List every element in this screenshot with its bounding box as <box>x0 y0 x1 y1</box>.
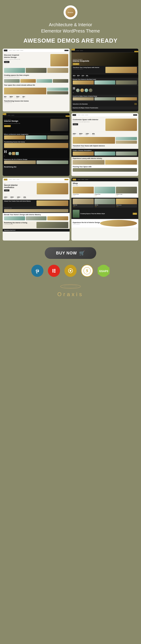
svg-point-9 <box>70 270 71 272</box>
demo2-final: Experience the Magic of Interior Transfo… <box>71 106 138 109</box>
demo3-hero-sub: Design your space the a elevate your lif… <box>4 123 49 124</box>
demo-card-5[interactable]: The Secret InteriorAesthetics Explore 40… <box>3 178 70 240</box>
demo2-s1-sub: Premium design solutions <box>73 68 105 70</box>
demo3-s2-img <box>4 143 68 148</box>
demo1-large-img1 <box>4 88 46 94</box>
demo-card-3[interactable]: Discover Inspired Interior Design Design… <box>3 113 70 176</box>
demo2-round-img1 <box>76 88 80 92</box>
bottom-brand: Oraxis <box>57 281 84 302</box>
demo5-experience: Experience the Art of <box>3 229 70 232</box>
demo4-bottom-title: Flooring Your Space with <box>73 166 137 168</box>
demo5-hero: The Secret InteriorAesthetics Explore <box>3 181 70 195</box>
slider-logo <box>64 265 77 277</box>
demo2-s1-img <box>105 67 137 73</box>
demo6-nav-link3 <box>85 179 88 180</box>
demo6-nav-links <box>77 179 88 180</box>
demo6-bottom-title: Experience the Art of Interior Design <box>73 222 100 224</box>
demo2-s3-img3 <box>116 97 137 100</box>
demo-card-2[interactable]: Immerse Yourself in Interior Exquisite V… <box>71 49 138 112</box>
svg-text:W: W <box>36 269 39 272</box>
header-title: Architecture & Interior Elementor WordPr… <box>41 22 100 34</box>
demo6-logo <box>73 179 76 180</box>
demo5-hero-text: The Secret InteriorAesthetics Explore <box>4 183 36 194</box>
demo2-envelope-icon: ✉ <box>134 102 137 106</box>
demo1-hero-p: Design your space the a elevate your lif… <box>4 59 49 60</box>
demo5-redefine-img <box>36 222 68 228</box>
demo1-counter3: 700+awards <box>16 96 20 98</box>
demo4-luxury: Experience Luxury with Interior Artistry <box>71 157 138 165</box>
demo5-hero-img <box>37 183 68 194</box>
demo1-sm-img2 <box>47 91 68 94</box>
demo2-s1-text: Transform Your Living Space with Interio… <box>73 67 105 73</box>
demo1-large-imgs <box>3 87 70 95</box>
svg-point-10 <box>70 268 71 269</box>
demo1-section1: Creating spaces the that a Inspire Inter… <box>3 74 70 78</box>
demo6-breadcrumb: Home / Shop <box>71 185 138 187</box>
demo-card-6[interactable]: Shop Home / Shop Interior Piece $299 Des… <box>71 178 138 240</box>
demo-mockup-1: Discover InspiredInterior Design Design … <box>3 49 70 112</box>
demo2-s3: Unearth the Hidden Charms of Interior De… <box>71 95 138 102</box>
demo3-hero-btn: Learn More <box>4 125 11 127</box>
demo4-luxury-imgs <box>73 160 137 164</box>
demo6-item2-img <box>94 187 116 194</box>
demo6-item3-img <box>116 187 137 194</box>
svg-text:GSAP3: GSAP3 <box>99 270 108 273</box>
demo4-nav-link <box>85 115 88 115</box>
svg-point-15 <box>60 284 81 288</box>
demo6-bottom-text: Experience the Art of Interior Design Pr… <box>73 222 100 225</box>
demo3-nav <box>3 113 70 117</box>
demo6-item3-info: Modern Lamp $89 <box>116 194 137 197</box>
demo3-s3-img1 <box>4 160 36 164</box>
demo-card-4[interactable]: Customize Space with Interior Transform … <box>71 113 138 176</box>
demo4-img2 <box>116 137 137 140</box>
header-title-line2: Elementor WordPress Theme <box>41 28 100 34</box>
demo1-img2 <box>26 68 47 73</box>
demo4-hero-btn: Explore <box>73 123 78 125</box>
demo5-nav-link <box>16 179 19 180</box>
demo2-s3-img1 <box>73 97 94 100</box>
demo2-nav-link <box>80 50 83 51</box>
demo2-s2: Elevate Your Home to the Next Level <box>71 78 138 86</box>
demo3-s2: Transforming houses into luxury <box>3 140 70 149</box>
demo2-s2-img1 <box>73 80 94 84</box>
demo4-s2-img1 <box>73 152 94 156</box>
demo1-nav-link <box>20 50 23 51</box>
demo5-c2: 800+Clients <box>10 196 14 199</box>
demo1-counters: 90+projects 900+clients 700+awards 80+ye… <box>3 95 70 99</box>
demo4-luxury-img1 <box>73 160 105 164</box>
demo4-luxury-img2 <box>105 160 137 164</box>
demo6-item6-name: Rug Luxury <box>116 205 137 206</box>
demo1-icon3 <box>36 79 52 83</box>
demo6-item6: Rug Luxury $380 <box>116 198 137 208</box>
buy-now-button[interactable]: BUY NOW 🛒 <box>45 247 96 259</box>
demo1-section3: Transforming houses into homes Luxury de… <box>3 99 70 104</box>
demo4-sep2 <box>84 133 84 136</box>
demo5-transform-img <box>4 209 68 212</box>
demo2-final-title: Experience the Magic of Interior Transfo… <box>73 107 137 108</box>
demo3-s3-imgs <box>4 160 68 164</box>
demo1-counter4: 80+years <box>22 96 25 98</box>
demo1-counter2: 900+clients <box>10 96 13 98</box>
demo2-nav-btn <box>134 51 138 52</box>
demo-card-1[interactable]: Discover InspiredInterior Design Design … <box>3 49 70 112</box>
demo6-item6-img <box>116 198 137 204</box>
demo4-sep3 <box>90 133 91 136</box>
demo6-item2-name: Design Chair <box>95 194 115 195</box>
demo3-s1-img3 <box>47 136 68 140</box>
demo6-item4-price: $450 <box>73 206 93 207</box>
demo2-nav-link <box>76 50 79 51</box>
demo5-s1: Unleash Your Creative Vision with Interi… <box>3 200 70 207</box>
demo5-nav-links <box>9 179 19 180</box>
demo4-img3 <box>116 140 137 144</box>
demo5-sep2 <box>15 196 16 199</box>
demo2-counter3: 100+awards <box>81 75 85 77</box>
demo4-c2: 800+Clients <box>79 133 83 136</box>
demo6-cta-btn: View <box>133 213 137 215</box>
demo6-item3: Modern Lamp $89 <box>116 187 137 197</box>
logo-circle: Oraxis <box>64 6 77 19</box>
demo4-nav <box>71 113 138 117</box>
demo1-s1-title: Creating spaces the that a Inspire <box>4 74 68 76</box>
demo3-final: Redefining the <box>3 165 70 168</box>
buy-now-label: BUY NOW <box>56 251 77 256</box>
demo5-c4: 40kFollowers <box>23 196 26 199</box>
